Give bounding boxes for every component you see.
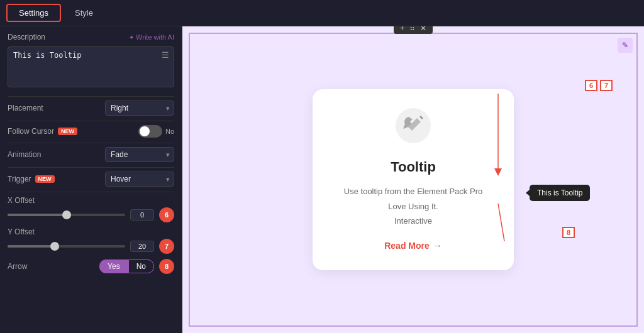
arrow-badge: 8	[159, 259, 174, 274]
divider-3	[8, 143, 174, 143]
animation-label: Animation	[8, 150, 41, 159]
widget-close-icon[interactable]: ✕	[420, 26, 426, 33]
x-offset-slider-row: 0 6	[8, 207, 174, 222]
widget-add-icon[interactable]: +	[400, 26, 404, 33]
y-offset-label-row: Y Offset	[8, 227, 174, 236]
top-bar: Settings Style	[0, 0, 644, 26]
follow-cursor-toggle-wrap: No	[138, 125, 174, 138]
annotation-6: 6	[585, 79, 597, 90]
divider-5	[8, 192, 174, 192]
sidebar: Description Write with AI This is Toolti…	[0, 26, 182, 333]
toggle-knob	[140, 126, 150, 136]
annotation-6-box: 6	[585, 80, 597, 91]
annotation-7: 7	[600, 79, 613, 90]
divider-4	[8, 167, 174, 168]
arrow-label: Arrow	[8, 262, 27, 271]
card-text: Use tooltip from the Element Pack Pro Lo…	[338, 184, 489, 228]
trigger-label: Trigger	[8, 175, 31, 183]
annotation-7-box: 7	[600, 80, 613, 91]
y-offset-badge: 7	[159, 239, 174, 254]
animation-select-wrap: Fade Slide Zoom	[105, 147, 174, 162]
y-offset-track[interactable]	[8, 245, 125, 248]
animation-row: Animation Fade Slide Zoom	[8, 147, 174, 162]
tooltip-card: Tooltip Use tooltip from the Element Pac…	[313, 89, 514, 270]
tooltip-popup: This is Tooltip	[530, 185, 590, 201]
description-row: Description Write with AI	[8, 33, 174, 41]
x-offset-thumb[interactable]	[62, 210, 71, 219]
tab-settings[interactable]: Settings	[6, 4, 61, 22]
divider-2	[8, 121, 174, 121]
placement-select[interactable]: Top Right Bottom Left	[105, 101, 174, 116]
x-offset-value[interactable]: 0	[130, 209, 154, 221]
y-offset-section: Y Offset 7	[8, 227, 174, 254]
y-offset-label: Y Offset	[8, 227, 35, 236]
card-icon	[338, 108, 489, 150]
tab-style[interactable]: Style	[64, 5, 104, 21]
trigger-badge: NEW	[35, 175, 55, 183]
annotation-8: 8	[562, 226, 575, 237]
x-offset-section: X Offset 0 6	[8, 196, 174, 222]
follow-cursor-row: Follow Cursor NEW No	[8, 125, 174, 138]
placement-label: Placement	[8, 104, 43, 112]
card-title: Tooltip	[338, 159, 489, 175]
read-more-link[interactable]: Read More →	[384, 241, 442, 251]
main-layout: Description Write with AI This is Toolti…	[0, 26, 644, 333]
canvas-inner: + ⠿ ✕ ✎ Toolt	[189, 33, 638, 327]
trigger-select-wrap: Hover Click	[105, 172, 174, 187]
align-icon: ☰	[162, 50, 169, 60]
read-more-arrow-icon: →	[433, 241, 442, 251]
trigger-select[interactable]: Hover Click	[105, 172, 174, 187]
write-ai-button[interactable]: Write with AI	[129, 33, 174, 41]
x-offset-label-row: X Offset	[8, 196, 174, 205]
x-offset-label: X Offset	[8, 196, 35, 205]
canvas-area: + ⠿ ✕ ✎ Toolt	[182, 26, 644, 333]
animation-select[interactable]: Fade Slide Zoom	[105, 147, 174, 162]
follow-cursor-badge: NEW	[58, 128, 77, 135]
arrow-yes-option[interactable]: Yes	[99, 259, 128, 273]
widget-top-bar: + ⠿ ✕	[394, 26, 433, 34]
y-offset-slider-row: 7	[8, 239, 174, 254]
x-offset-fill	[8, 214, 67, 216]
trigger-row: Trigger NEW Hover Click	[8, 172, 174, 187]
y-offset-value[interactable]	[130, 241, 154, 252]
arrow-toggle: Yes No	[99, 259, 154, 273]
description-textarea[interactable]: This is Tooltip	[8, 46, 174, 87]
edit-icon-button[interactable]: ✎	[618, 38, 633, 53]
x-offset-badge: 6	[159, 207, 174, 222]
divider-1	[8, 96, 174, 97]
y-offset-fill	[8, 245, 55, 248]
description-field-wrap: This is Tooltip ☰	[8, 46, 174, 90]
x-offset-track[interactable]	[8, 214, 125, 216]
arrow-row: Arrow Yes No 8	[8, 259, 174, 274]
follow-cursor-toggle[interactable]	[138, 125, 162, 138]
read-more-text: Read More	[384, 241, 430, 251]
description-label: Description	[8, 33, 45, 41]
follow-cursor-label: Follow Cursor	[8, 127, 54, 136]
widget-grid-icon[interactable]: ⠿	[409, 26, 415, 33]
follow-cursor-toggle-label: No	[165, 128, 174, 135]
placement-select-wrap: Top Right Bottom Left	[105, 101, 174, 116]
placement-row: Placement Top Right Bottom Left	[8, 101, 174, 116]
arrow-no-option[interactable]: No	[128, 259, 154, 273]
y-offset-thumb[interactable]	[50, 242, 59, 251]
annotation-8-box: 8	[562, 227, 575, 238]
